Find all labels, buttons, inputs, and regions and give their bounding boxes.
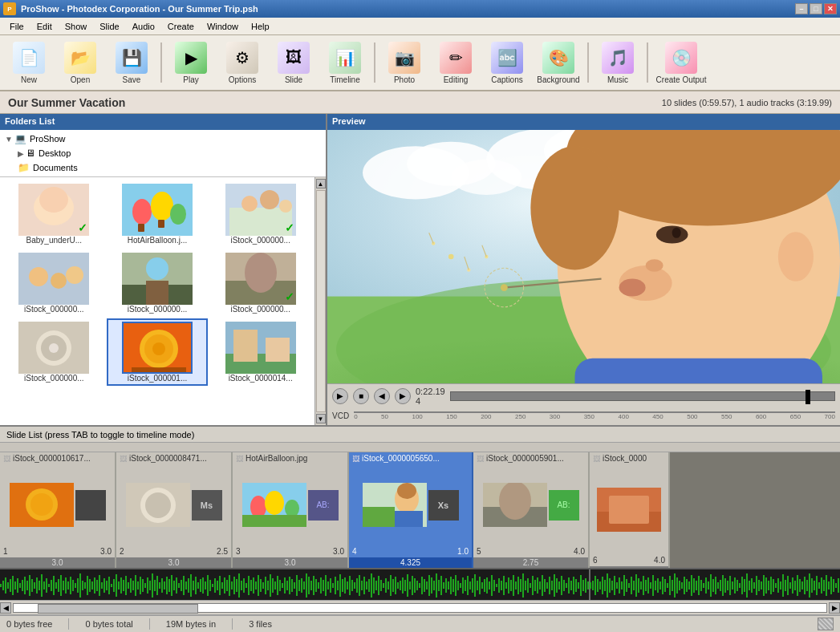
resize-grip[interactable] xyxy=(818,618,834,630)
file-grid-wrapper[interactable]: ✓ Baby_underU... xyxy=(0,177,326,425)
svg-rect-328 xyxy=(573,577,574,594)
scroll-right-button[interactable]: ▶ xyxy=(829,602,840,614)
menu-file[interactable]: File xyxy=(3,20,30,33)
svg-rect-433 xyxy=(823,580,825,591)
open-button[interactable]: 📂 Open xyxy=(56,38,104,87)
list-item[interactable]: iStock_000000... xyxy=(3,318,105,386)
editing-button[interactable]: ✏ Editing xyxy=(432,38,480,87)
svg-rect-391 xyxy=(722,575,724,596)
list-item[interactable]: iStock_000001... xyxy=(107,318,209,386)
maximize-button[interactable]: □ xyxy=(810,3,822,14)
prev-control-button[interactable]: ◀ xyxy=(374,388,390,404)
captions-button[interactable]: 🔤 Captions xyxy=(483,38,531,87)
slide-list-title: Slide List (press TAB to toggle to timel… xyxy=(6,430,194,440)
slide-thumb-area: AB: xyxy=(473,464,588,545)
scroll-left-button[interactable]: ◀ xyxy=(0,602,11,614)
toolbar-sep-4 xyxy=(647,43,648,83)
slide-list-section: Slide List (press TAB to toggle to timel… xyxy=(0,427,840,614)
svg-rect-139 xyxy=(118,581,120,589)
svg-rect-386 xyxy=(710,574,712,597)
list-item[interactable]: ✓ iStock_000000... xyxy=(209,180,311,248)
svg-rect-439 xyxy=(838,578,839,593)
svg-rect-397 xyxy=(737,580,738,591)
slide-transition xyxy=(75,490,106,521)
new-button[interactable]: 📄 New xyxy=(5,38,53,87)
list-item[interactable]: ✓ iStock_000000... xyxy=(209,249,311,317)
slide-thumbnail xyxy=(242,483,306,527)
options-button[interactable]: ⚙ Options xyxy=(218,38,266,87)
svg-rect-359 xyxy=(645,580,647,591)
folder-item-documents[interactable]: 📁 Documents xyxy=(2,160,324,175)
svg-rect-259 xyxy=(407,574,408,597)
svg-rect-95 xyxy=(12,576,14,595)
svg-point-59 xyxy=(501,284,508,291)
editing-icon: ✏ xyxy=(440,42,472,74)
slide-item[interactable]: 🖼 iStock_0000005901... AB: xyxy=(473,452,590,568)
folder-item-proshow[interactable]: ▼ 💻 ProShow xyxy=(2,132,324,146)
progress-track[interactable] xyxy=(354,411,835,413)
slide-item[interactable]: 🖼 iStock_0000005650... xyxy=(349,452,473,568)
output-button[interactable]: 💿 Create Output xyxy=(653,38,709,87)
list-item[interactable]: HotAirBalloon.j... xyxy=(107,180,209,248)
svg-rect-301 xyxy=(508,577,509,594)
scrollbar-track[interactable] xyxy=(13,603,827,613)
list-item[interactable]: iStock_0000014... xyxy=(209,318,311,386)
background-button[interactable]: 🎨 Background xyxy=(534,38,582,87)
play-control-button[interactable]: ▶ xyxy=(332,388,348,404)
svg-point-69 xyxy=(30,493,53,516)
play-button[interactable]: ▶ Play xyxy=(167,38,215,87)
slide-num: 6 xyxy=(593,556,598,565)
slide-button[interactable]: 🖼 Slide xyxy=(270,38,318,87)
menu-window[interactable]: Window xyxy=(201,20,245,33)
svg-rect-345 xyxy=(611,581,613,590)
folder-item-desktop[interactable]: ▶ 🖥 Desktop xyxy=(2,146,324,160)
photo-button[interactable]: 📷 Photo xyxy=(380,38,428,87)
file-thumbnail xyxy=(225,322,296,374)
svg-rect-289 xyxy=(479,577,481,594)
svg-rect-164 xyxy=(178,583,180,588)
next-control-button[interactable]: ▶ xyxy=(395,388,411,404)
list-item[interactable]: iStock_000000... xyxy=(107,249,209,317)
svg-point-72 xyxy=(145,492,171,518)
menu-edit[interactable]: Edit xyxy=(30,20,59,33)
svg-rect-115 xyxy=(60,575,62,596)
background-icon: 🎨 xyxy=(542,42,574,74)
svg-rect-37 xyxy=(266,338,290,362)
menu-create[interactable]: Create xyxy=(161,20,201,33)
svg-rect-264 xyxy=(419,583,420,588)
save-button[interactable]: 💾 Save xyxy=(108,38,156,87)
timeline-button[interactable]: 📊 Timeline xyxy=(321,38,369,87)
slide-item[interactable]: 🖼 iStock_0000 6 xyxy=(590,452,670,568)
svg-point-20 xyxy=(146,257,168,280)
preview-timeline[interactable] xyxy=(450,391,835,401)
status-bytes-total: 0 bytes total xyxy=(85,619,132,629)
menu-bar: File Edit Show Slide Audio Create Window… xyxy=(0,18,840,35)
slide-item[interactable]: 🖼 iStock_0000010617... xyxy=(0,452,116,568)
menu-slide[interactable]: Slide xyxy=(93,20,125,33)
slide-item[interactable]: 🖼 iStock_0000008471... Ms xyxy=(116,452,233,568)
svg-rect-100 xyxy=(24,577,26,594)
menu-audio[interactable]: Audio xyxy=(126,20,161,33)
music-button[interactable]: 🎵 Music xyxy=(594,38,642,87)
file-label: iStock_000001... xyxy=(121,374,193,383)
slide-filename: iStock_0000010617... xyxy=(13,454,91,463)
slide-icon: 🖼 xyxy=(593,455,600,463)
close-button[interactable]: ✕ xyxy=(824,3,837,14)
minimize-button[interactable]: – xyxy=(795,3,808,14)
stop-control-button[interactable]: ■ xyxy=(353,388,369,404)
horizontal-scrollbar[interactable]: ◀ ▶ xyxy=(0,600,840,614)
timeline-thumb[interactable] xyxy=(806,390,810,404)
list-item[interactable]: iStock_000000... xyxy=(3,249,105,317)
slide-item[interactable]: 🖼 HotAirBalloon.jpg xyxy=(233,452,349,568)
menu-show[interactable]: Show xyxy=(59,20,94,33)
list-item[interactable]: ✓ Baby_underU... xyxy=(3,180,105,248)
open-icon: 📂 xyxy=(64,42,96,74)
svg-rect-130 xyxy=(96,580,98,591)
menu-help[interactable]: Help xyxy=(245,20,276,33)
scrollbar-thumb[interactable] xyxy=(38,604,198,614)
toolbar-sep-2 xyxy=(374,43,375,83)
slide-thumb-area xyxy=(590,464,668,554)
scrollbar-vertical[interactable]: ▲ ▼ xyxy=(314,177,326,425)
svg-rect-293 xyxy=(489,581,490,589)
svg-rect-150 xyxy=(144,583,146,588)
